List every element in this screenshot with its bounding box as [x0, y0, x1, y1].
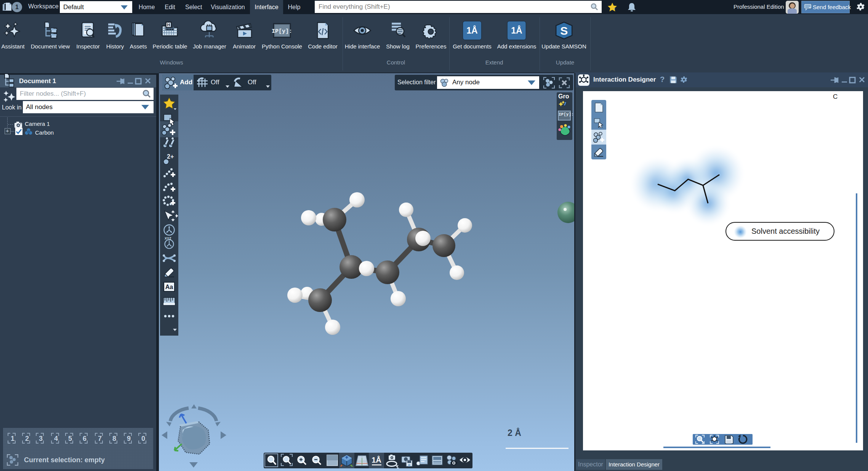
svg-text:9: 9 [127, 435, 131, 442]
svg-text:2+: 2+ [167, 153, 174, 160]
svg-text:H: H [167, 23, 170, 27]
svg-text:0: 0 [141, 435, 145, 442]
svg-text:8: 8 [112, 435, 116, 442]
svg-text:3: 3 [39, 435, 43, 442]
svg-text:S: S [560, 24, 568, 37]
svg-text:Aa: Aa [165, 284, 173, 290]
svg-text:1: 1 [11, 435, 14, 442]
svg-text:2: 2 [25, 435, 29, 442]
svg-text:7: 7 [98, 435, 102, 442]
svg-text:6: 6 [83, 435, 86, 442]
svg-text:1Å: 1Å [372, 455, 381, 464]
svg-text:4: 4 [54, 435, 58, 442]
svg-text:5: 5 [68, 435, 72, 442]
svg-text:IP[y]:: IP[y]: [272, 28, 292, 35]
